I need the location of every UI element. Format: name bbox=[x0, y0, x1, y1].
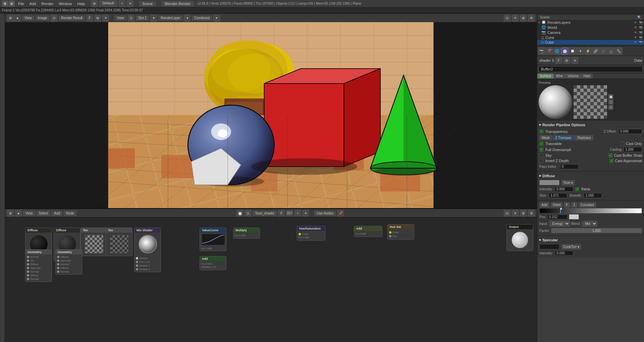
menu-add[interactable]: Add bbox=[27, 1, 39, 6]
eye-world[interactable]: 👁 bbox=[634, 26, 637, 29]
preview-background[interactable] bbox=[574, 85, 607, 119]
grad-color-swatch[interactable] bbox=[569, 214, 579, 219]
mat-settings-icon[interactable]: ⚙ bbox=[564, 57, 570, 64]
render-result-btn[interactable]: Render Result bbox=[59, 15, 85, 20]
rpo-title[interactable]: ▸ Render Pipeline Options bbox=[539, 122, 642, 128]
node-add2[interactable]: Add Fa 0.500 bbox=[354, 226, 382, 237]
ne-icon6[interactable]: ✕ bbox=[512, 210, 519, 216]
castbuffershad-checkbox[interactable]: ✓ bbox=[608, 153, 612, 157]
node-b1[interactable]: Geometry Normal UV Diffuse Specular Norm… bbox=[25, 249, 52, 282]
ne-icon8[interactable]: ⚙ bbox=[528, 210, 535, 216]
use-nodes-btn[interactable]: Use Nodes bbox=[314, 211, 335, 216]
specular-title[interactable]: ▸ Specular bbox=[539, 237, 642, 243]
tab-raytrace[interactable]: Raytrace bbox=[575, 135, 593, 140]
size-input[interactable] bbox=[549, 193, 567, 198]
renderlayer-btn[interactable]: RenderLayer bbox=[158, 15, 182, 20]
delet-btn[interactable]: Delet bbox=[551, 202, 562, 207]
vp-icon10[interactable]: ⚙ bbox=[528, 15, 535, 21]
tab-mask[interactable]: Mask bbox=[539, 135, 552, 140]
cam-world[interactable]: 📷 bbox=[639, 26, 643, 29]
prop-icon-material[interactable]: ⬤ bbox=[561, 47, 569, 55]
mat-del-icon[interactable]: ✕ bbox=[572, 57, 578, 64]
traceable-checkbox[interactable]: ✓ bbox=[539, 142, 543, 146]
ne-node-btn[interactable]: Node bbox=[64, 211, 76, 216]
node-value1[interactable]: ValueCurve Fa 1.000 bbox=[200, 228, 226, 251]
vp-icon1[interactable]: ⊞ bbox=[7, 15, 14, 21]
tab-volume[interactable]: Volume bbox=[565, 74, 581, 79]
prop-icon-scene[interactable]: 🎬 bbox=[546, 47, 553, 55]
casting-input[interactable] bbox=[624, 147, 642, 152]
add-btn[interactable]: Add bbox=[539, 202, 549, 207]
eye-cube[interactable]: 👁 bbox=[634, 41, 637, 44]
f-btn[interactable]: F bbox=[564, 202, 570, 207]
node-canvas[interactable]: Diffuse Diffuse Specular Normal Diffuse bbox=[5, 217, 537, 342]
ne-icon1[interactable]: ⊞ bbox=[7, 210, 14, 216]
menu-help[interactable]: Help bbox=[75, 1, 88, 6]
node-output[interactable]: Output bbox=[506, 224, 533, 251]
menu-file[interactable]: File bbox=[15, 1, 27, 6]
vp-icon2[interactable]: ● bbox=[14, 15, 21, 21]
vp-icon5[interactable]: ✕ bbox=[102, 15, 109, 21]
eye-cone[interactable]: 👁 bbox=[634, 36, 637, 39]
vp-icon6[interactable]: ⊡ bbox=[128, 15, 135, 21]
tab-wire[interactable]: Wire bbox=[553, 74, 565, 79]
cam-cone[interactable]: 📷 bbox=[639, 36, 643, 39]
ne-view-btn[interactable]: View bbox=[23, 211, 35, 216]
zoffset-input[interactable] bbox=[619, 129, 642, 134]
fulloversample-checkbox[interactable]: ✓ bbox=[539, 148, 543, 152]
outliner-world[interactable]: ▸ 🌐 World 👁 📷 bbox=[537, 25, 644, 30]
smooth-input[interactable] bbox=[584, 193, 602, 198]
node-editor[interactable]: ⊞ ● View Select Add Node ⬤ ⊡ Toon_shader… bbox=[5, 209, 537, 342]
factor-bar[interactable]: 1.000 bbox=[551, 228, 642, 233]
tab-surface[interactable]: Surface bbox=[537, 74, 553, 79]
prop-icon-data[interactable]: △ bbox=[607, 47, 615, 55]
ne-icon2[interactable]: ● bbox=[15, 210, 22, 216]
combined-arrow[interactable]: ▾ bbox=[213, 15, 220, 21]
preview-icon2[interactable]: ◻ bbox=[608, 100, 613, 104]
del-screen[interactable]: ✕ bbox=[127, 0, 133, 7]
eye-renderlayers[interactable]: 👁 bbox=[634, 21, 637, 24]
cam-cube[interactable]: 📷 bbox=[639, 41, 643, 44]
3d-viewport[interactable] bbox=[5, 22, 537, 209]
node-huesat[interactable]: Hue/Saturation Color Fa 1.000 bbox=[297, 226, 325, 241]
node-add1[interactable]: Add Fa 0.500 Medianu 0.5 bbox=[200, 256, 226, 270]
menu-render[interactable]: Render bbox=[39, 1, 56, 6]
cam-renderlayers[interactable]: 📷 bbox=[639, 21, 643, 24]
tab-ztranspar[interactable]: Z Transpar. bbox=[553, 135, 575, 140]
prop-icon-constraints[interactable]: 🔗 bbox=[592, 47, 599, 55]
vp-icon8[interactable]: ✕ bbox=[512, 15, 519, 21]
preview-icon3[interactable]: ⟳ bbox=[608, 105, 613, 110]
vp-icon9[interactable]: ⊞ bbox=[520, 15, 527, 21]
ne-mat-icon[interactable]: ⬤ bbox=[236, 210, 243, 216]
prop-icon-physics[interactable]: ⚡ bbox=[584, 47, 592, 55]
material-name-input[interactable] bbox=[539, 66, 643, 72]
tab-halo[interactable]: Halo bbox=[581, 74, 593, 79]
num-btn[interactable]: 1 bbox=[571, 202, 577, 207]
vp-view-btn[interactable]: View bbox=[22, 15, 34, 20]
blend-select[interactable]: Mix bbox=[582, 221, 597, 227]
outliner-renderlayers[interactable]: ▸ 🔲 RenderLayers 👁 📷 bbox=[537, 20, 644, 25]
input-select[interactable]: Energy bbox=[549, 221, 570, 227]
castapprox-checkbox[interactable]: ✓ bbox=[609, 159, 613, 163]
prop-icon-texture[interactable]: 🔲 bbox=[569, 47, 576, 55]
slot-arrow[interactable]: ▾ bbox=[150, 15, 157, 21]
diffuse-title[interactable]: ▸ Diffuse bbox=[539, 173, 642, 179]
cam-camera[interactable]: 📷 bbox=[639, 31, 643, 34]
node-checker1[interactable]: Tex bbox=[80, 228, 107, 256]
transparency-checkbox[interactable]: ✓ bbox=[539, 130, 543, 134]
preview-sphere[interactable] bbox=[539, 85, 572, 119]
slot-btn[interactable]: Slot 2 bbox=[136, 15, 149, 20]
constant-btn[interactable]: Constant bbox=[579, 202, 596, 207]
eye-camera[interactable]: 👁 bbox=[634, 31, 637, 34]
vp-icon3[interactable]: ⊡ bbox=[51, 15, 57, 21]
gradient-bar[interactable] bbox=[539, 208, 642, 213]
ne-icon3[interactable]: + bbox=[294, 210, 301, 216]
render-engine[interactable]: Blender Render bbox=[161, 1, 194, 6]
invertz-checkbox[interactable] bbox=[539, 159, 543, 163]
castonly-checkbox[interactable] bbox=[621, 142, 625, 146]
node-checker2[interactable]: Tex bbox=[106, 228, 132, 256]
prop-icon-world[interactable]: 🌐 bbox=[553, 47, 561, 55]
ne-pin[interactable]: 📌 bbox=[337, 210, 344, 216]
prop-icon-object[interactable]: □ bbox=[600, 47, 607, 55]
ne-select-btn[interactable]: Select bbox=[37, 211, 51, 216]
